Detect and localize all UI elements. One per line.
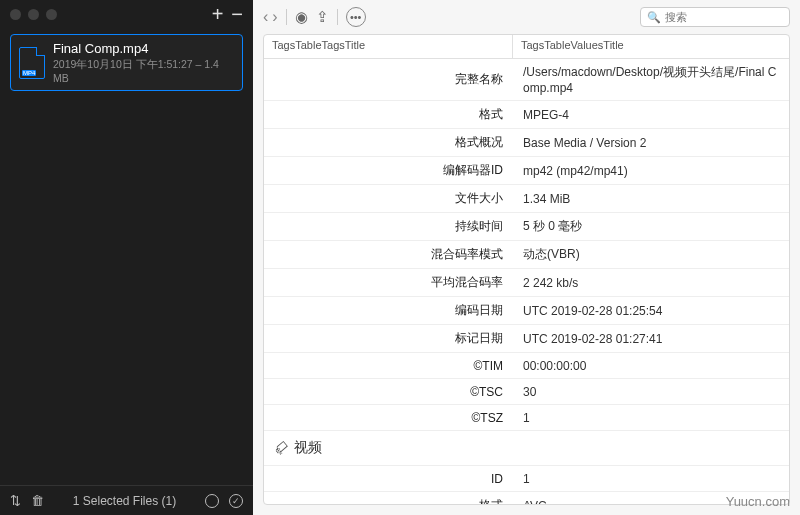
table-row[interactable]: 混合码率模式动态(VBR): [264, 241, 789, 269]
row-value: 00:00:00:00: [513, 354, 789, 378]
search-input[interactable]: [665, 11, 800, 23]
file-type-icon: MP4: [19, 47, 45, 79]
row-value: mp42 (mp42/mp41): [513, 159, 789, 183]
main-panel: ‹ › ◉ ⇪ ••• 🔍 TagsTableTagsTitle TagsTab…: [253, 0, 800, 515]
row-key: ©TSC: [264, 380, 513, 404]
row-value: 5 秒 0 毫秒: [513, 213, 789, 240]
row-key: 完整名称: [264, 66, 513, 93]
deselect-button[interactable]: [205, 494, 219, 508]
row-value: /Users/macdown/Desktop/视频开头结尾/Final Comp…: [513, 59, 789, 100]
sidebar-footer: ⇅ 🗑 1 Selected Files (1) ✓: [0, 485, 253, 515]
select-all-button[interactable]: ✓: [229, 494, 243, 508]
row-key: 编码日期: [264, 297, 513, 324]
row-key: 标记日期: [264, 325, 513, 352]
forward-button[interactable]: ›: [272, 8, 277, 26]
file-name: Final Comp.mp4: [53, 41, 234, 56]
preview-icon[interactable]: ◉: [295, 8, 308, 26]
row-key: 文件大小: [264, 185, 513, 212]
table-row[interactable]: 编解码器IDmp42 (mp42/mp41): [264, 157, 789, 185]
table-row[interactable]: ID1: [264, 466, 789, 492]
row-key: ID: [264, 467, 513, 491]
row-value: UTC 2019-02-28 01:25:54: [513, 299, 789, 323]
close-icon[interactable]: [10, 9, 21, 20]
titlebar: + −: [0, 0, 253, 28]
delete-icon[interactable]: 🗑: [31, 493, 44, 508]
more-options-button[interactable]: •••: [346, 7, 366, 27]
table-row[interactable]: 格式MPEG-4: [264, 101, 789, 129]
row-value: UTC 2019-02-28 01:27:41: [513, 327, 789, 351]
main-toolbar: ‹ › ◉ ⇪ ••• 🔍: [253, 0, 800, 34]
row-key: 平均混合码率: [264, 269, 513, 296]
row-key: ©TIM: [264, 354, 513, 378]
watermark: Yuucn.com: [726, 494, 790, 509]
metadata-table: TagsTableTagsTitle TagsTableValuesTitle …: [263, 34, 790, 505]
row-value: 2 242 kb/s: [513, 271, 789, 295]
table-row[interactable]: ©TSZ1: [264, 405, 789, 431]
sort-icon[interactable]: ⇅: [10, 493, 21, 508]
table-row[interactable]: 平均混合码率2 242 kb/s: [264, 269, 789, 297]
table-row[interactable]: 标记日期UTC 2019-02-28 01:27:41: [264, 325, 789, 353]
table-header: TagsTableTagsTitle TagsTableValuesTitle: [264, 35, 789, 59]
search-field[interactable]: 🔍: [640, 7, 790, 27]
search-icon: 🔍: [647, 11, 661, 24]
header-tags[interactable]: TagsTableTagsTitle: [264, 35, 513, 58]
file-meta: 2019年10月10日 下午1:51:27 – 1.4 MB: [53, 58, 234, 84]
row-value: 1: [513, 467, 789, 491]
back-button[interactable]: ‹: [263, 8, 268, 26]
section-video[interactable]: 🏷 视频: [264, 431, 789, 466]
zoom-icon[interactable]: [46, 9, 57, 20]
table-body[interactable]: 完整名称/Users/macdown/Desktop/视频开头结尾/Final …: [264, 59, 789, 504]
row-value: 动态(VBR): [513, 241, 789, 268]
table-row[interactable]: 完整名称/Users/macdown/Desktop/视频开头结尾/Final …: [264, 59, 789, 101]
row-value: MPEG-4: [513, 103, 789, 127]
table-row[interactable]: 持续时间5 秒 0 毫秒: [264, 213, 789, 241]
row-key: 持续时间: [264, 213, 513, 240]
row-key: 格式: [264, 101, 513, 128]
table-row[interactable]: 格式概况Base Media / Version 2: [264, 129, 789, 157]
row-value: Base Media / Version 2: [513, 131, 789, 155]
window-controls: [10, 9, 57, 20]
row-value: 30: [513, 380, 789, 404]
table-row[interactable]: 格式AVC: [264, 492, 789, 504]
remove-file-button[interactable]: −: [231, 4, 243, 24]
table-row[interactable]: ©TIM00:00:00:00: [264, 353, 789, 379]
section-title: 视频: [294, 439, 322, 457]
selected-count: 1 Selected Files (1): [73, 494, 176, 508]
row-value: 1.34 MiB: [513, 187, 789, 211]
row-value: 1: [513, 406, 789, 430]
table-row[interactable]: 编码日期UTC 2019-02-28 01:25:54: [264, 297, 789, 325]
row-key: 格式概况: [264, 129, 513, 156]
add-file-button[interactable]: +: [212, 4, 224, 24]
sidebar: + − MP4 Final Comp.mp4 2019年10月10日 下午1:5…: [0, 0, 253, 515]
row-key: 格式: [264, 492, 513, 504]
header-values[interactable]: TagsTableValuesTitle: [513, 35, 789, 58]
row-key: 混合码率模式: [264, 241, 513, 268]
file-item[interactable]: MP4 Final Comp.mp4 2019年10月10日 下午1:51:27…: [10, 34, 243, 91]
row-key: ©TSZ: [264, 406, 513, 430]
tag-icon: 🏷: [270, 437, 291, 458]
row-key: 编解码器ID: [264, 157, 513, 184]
minimize-icon[interactable]: [28, 9, 39, 20]
file-ext-badge: MP4: [22, 70, 36, 76]
share-icon[interactable]: ⇪: [316, 8, 329, 26]
table-row[interactable]: ©TSC30: [264, 379, 789, 405]
table-row[interactable]: 文件大小1.34 MiB: [264, 185, 789, 213]
